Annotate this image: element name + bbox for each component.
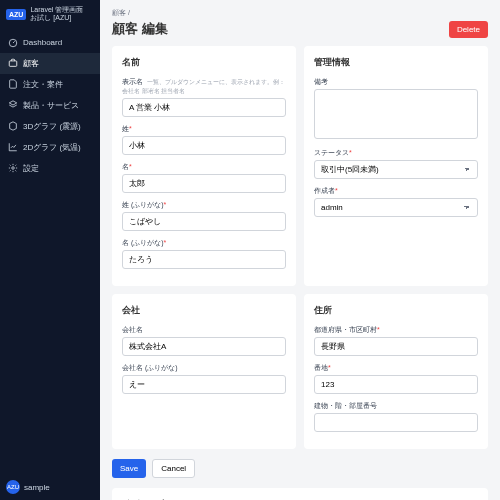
mei-label: 名* <box>122 162 286 172</box>
svg-rect-1 <box>9 61 17 66</box>
sei-label: 姓* <box>122 124 286 134</box>
pref-input[interactable] <box>314 337 478 356</box>
bldg-input[interactable] <box>314 413 478 432</box>
mgmt-card: 管理情報 備考 ステータス* 取引中(5回未満) 作成者* admin <box>304 46 488 286</box>
nav-2dgraph[interactable]: 2Dグラフ (気温) <box>0 137 100 158</box>
company-name-input[interactable] <box>122 337 286 356</box>
form-actions: Save Cancel <box>112 459 488 478</box>
sei-input[interactable] <box>122 136 286 155</box>
logo-badge: AZU <box>6 9 26 20</box>
status-select[interactable]: 取引中(5回未満) <box>314 160 478 179</box>
name-card: 名前 表示名一覧、プルダウンメニューに、表示されます。例：会社名 部署名 担当者… <box>112 46 296 286</box>
logo: AZU Laravel 管理画面 お試し [AZU] <box>0 0 100 29</box>
street-label: 番地* <box>314 363 478 373</box>
note-label: 備考 <box>314 77 478 87</box>
breadcrumb: 顧客 / <box>112 8 488 18</box>
avatar: AZU <box>6 480 20 494</box>
page-title: 顧客 編集 <box>112 20 168 38</box>
save-button[interactable]: Save <box>112 459 146 478</box>
delete-button[interactable]: Delete <box>449 21 488 38</box>
layers-icon <box>8 100 18 110</box>
display-input[interactable] <box>122 98 286 117</box>
addr-card-title: 住所 <box>314 304 478 317</box>
nav-dashboard[interactable]: Dashboard <box>0 33 100 53</box>
company-kana-label: 会社名 (ふりがな) <box>122 363 286 373</box>
orders-card: 注文・案件 New Delete selected 🔍 ｽﾃ 作業状態 <box>112 488 488 500</box>
nav-settings[interactable]: 設定 <box>0 158 100 179</box>
nav-customers[interactable]: 顧客 <box>0 53 100 74</box>
user-name: sample <box>24 483 50 492</box>
briefcase-icon <box>8 58 18 68</box>
user-info[interactable]: AZU sample <box>0 474 100 500</box>
cube-icon <box>8 121 18 131</box>
gear-icon <box>8 163 18 173</box>
creator-label: 作成者* <box>314 186 478 196</box>
nav-orders[interactable]: 注文・案件 <box>0 74 100 95</box>
pref-label: 都道府県・市区町村* <box>314 325 478 335</box>
addr-card: 住所 都道府県・市区町村* 番地* 建物・階・部屋番号 <box>304 294 488 449</box>
document-icon <box>8 79 18 89</box>
svg-point-2 <box>12 167 15 170</box>
nav-products[interactable]: 製品・サービス <box>0 95 100 116</box>
note-textarea[interactable] <box>314 89 478 139</box>
logo-text: Laravel 管理画面 お試し [AZU] <box>30 6 83 23</box>
gauge-icon <box>8 38 18 48</box>
mei-kana-input[interactable] <box>122 250 286 269</box>
display-label: 表示名一覧、プルダウンメニューに、表示されます。例：会社名 部署名 担当者名 <box>122 77 286 96</box>
company-card-title: 会社 <box>122 304 286 317</box>
crumb-parent[interactable]: 顧客 <box>112 9 126 16</box>
chart-icon <box>8 142 18 152</box>
nav-3dgraph[interactable]: 3Dグラフ (震源) <box>0 116 100 137</box>
creator-select[interactable]: admin <box>314 198 478 217</box>
sei-kana-label: 姓 (ふりがな)* <box>122 200 286 210</box>
name-card-title: 名前 <box>122 56 286 69</box>
company-name-label: 会社名 <box>122 325 286 335</box>
company-card: 会社 会社名 会社名 (ふりがな) <box>112 294 296 449</box>
mei-input[interactable] <box>122 174 286 193</box>
sei-kana-input[interactable] <box>122 212 286 231</box>
mgmt-card-title: 管理情報 <box>314 56 478 69</box>
status-label: ステータス* <box>314 148 478 158</box>
sidebar: AZU Laravel 管理画面 お試し [AZU] Dashboard 顧客 … <box>0 0 100 500</box>
company-kana-input[interactable] <box>122 375 286 394</box>
nav: Dashboard 顧客 注文・案件 製品・サービス 3Dグラフ (震源) 2D… <box>0 29 100 474</box>
street-input[interactable] <box>314 375 478 394</box>
main: 顧客 / 顧客 編集 Delete 名前 表示名一覧、プルダウンメニューに、表示… <box>100 0 500 500</box>
cancel-button[interactable]: Cancel <box>152 459 195 478</box>
mei-kana-label: 名 (ふりがな)* <box>122 238 286 248</box>
bldg-label: 建物・階・部屋番号 <box>314 401 478 411</box>
